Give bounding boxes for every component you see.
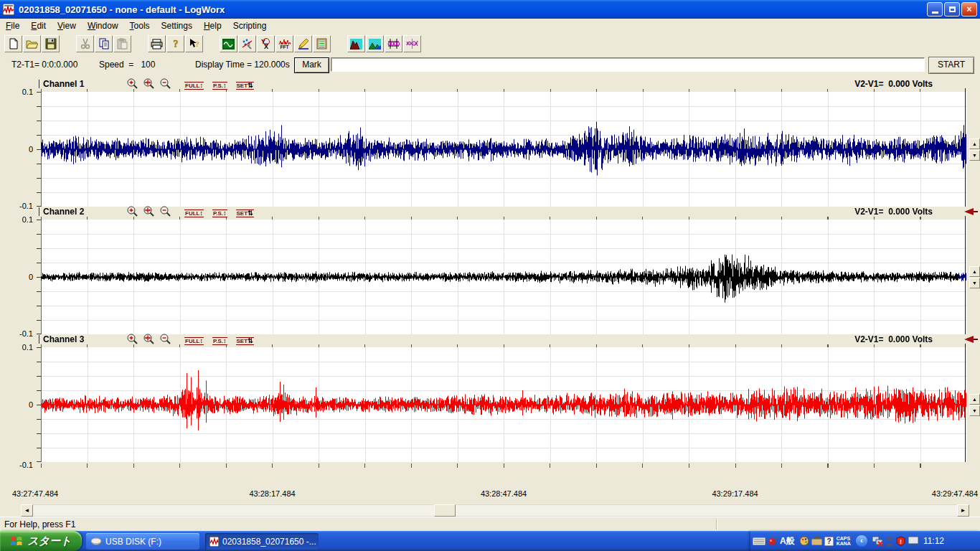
multi-plot-button[interactable]: [385, 35, 402, 52]
close-button[interactable]: ×: [961, 2, 977, 17]
help-icon: ?: [171, 38, 181, 50]
status-divider: [716, 519, 717, 529]
y-vs-x-button[interactable]: YX: [257, 35, 275, 52]
restore-button[interactable]: [944, 2, 960, 17]
paste-button[interactable]: [113, 35, 131, 52]
cut-button[interactable]: [76, 35, 94, 52]
minimize-button[interactable]: [927, 2, 943, 17]
network-disconnected-icon[interactable]: [872, 536, 883, 546]
cut-scissors-icon: [80, 38, 90, 50]
open-button[interactable]: [23, 35, 41, 52]
channel-2-cursor-v2[interactable]: [965, 216, 966, 334]
menu-settings[interactable]: Settings: [156, 19, 198, 32]
channel-2-plot[interactable]: [35, 220, 966, 334]
channel-2-marker-arrow[interactable]: [964, 208, 974, 215]
clipboard-list-icon: [316, 38, 327, 50]
menu-file[interactable]: File: [0, 19, 25, 32]
ime-pad-icon[interactable]: [768, 536, 778, 546]
channel-1-plot[interactable]: [35, 92, 966, 207]
channel-2-spin-up[interactable]: ▲: [969, 266, 980, 277]
channel-2-label: Channel 2: [43, 207, 84, 217]
minimize-icon: [932, 11, 938, 14]
scope-view-button[interactable]: [220, 35, 237, 52]
mark-button[interactable]: Mark: [294, 57, 329, 73]
app-icon: [3, 4, 14, 15]
terrain-view-button[interactable]: [366, 35, 384, 52]
user-sessions-icon[interactable]: [885, 536, 894, 546]
peak-view-button[interactable]: [347, 35, 365, 52]
channel-3-marker-arrow[interactable]: [964, 336, 974, 343]
scroll-left-button[interactable]: ◄: [21, 504, 33, 517]
scroll-right-button[interactable]: ►: [957, 504, 969, 517]
save-button[interactable]: [42, 35, 60, 52]
menu-window[interactable]: Window: [82, 19, 124, 32]
copy-button[interactable]: [95, 35, 113, 52]
new-button[interactable]: [4, 35, 22, 52]
title-bar[interactable]: 02031858_02071650 - none - default - Log…: [0, 0, 980, 19]
channel-1-v2v1-readout: V2-V1= 0.000 Volts: [854, 79, 933, 89]
channel-3-ylabel-top: 0.1: [9, 343, 33, 352]
help-button[interactable]: ?: [166, 35, 184, 52]
ime-mode-indicator[interactable]: A般: [780, 535, 795, 547]
print-button[interactable]: [148, 35, 166, 52]
time-label-4: 43:29:17.484: [712, 489, 758, 498]
channel-2-offset-spinner: ▲ ▼: [969, 266, 980, 289]
copy-icon: [98, 38, 110, 50]
clock[interactable]: 11:12: [923, 536, 944, 546]
security-shield-icon[interactable]: !: [896, 536, 905, 546]
svg-text:X: X: [263, 43, 268, 50]
menu-help[interactable]: Help: [198, 19, 227, 32]
display-settings-icon[interactable]: [908, 537, 919, 546]
channel-2-ylabel-zero: 0: [9, 273, 33, 281]
scroll-thumb[interactable]: [434, 504, 456, 517]
channel-2-v2v1-readout: V2-V1= 0.000 Volts: [854, 207, 933, 217]
task-logworx-label: 02031858_02071650 -...: [222, 537, 316, 547]
control-row: T2-T1= 0:0:0.000 Speed = 100 Display Tim…: [0, 55, 980, 75]
channel-3-plot[interactable]: [35, 347, 966, 462]
channel-1-waveform: [35, 92, 966, 207]
usb-drive-icon: [90, 537, 102, 546]
start-button[interactable]: START: [928, 57, 974, 74]
channel-2-spin-down[interactable]: ▼: [969, 278, 980, 288]
channel-1-spin-up[interactable]: ▲: [969, 138, 980, 149]
time-label-5: 43:29:47.484: [932, 489, 978, 498]
channel-3-cursor-v2[interactable]: [965, 344, 966, 462]
channel-3-spin-up[interactable]: ▲: [969, 394, 980, 405]
ime-help-icon[interactable]: ?: [824, 537, 834, 546]
annotate-button[interactable]: [294, 35, 312, 52]
keyboard-tray-icon[interactable]: [753, 537, 765, 545]
channel-1-spin-down[interactable]: ▼: [969, 150, 980, 161]
channel-3-ylabel-bottom: -0.1: [9, 461, 33, 469]
menu-view[interactable]: View: [52, 19, 82, 32]
multi-plot-2-button[interactable]: [403, 35, 421, 52]
menu-edit[interactable]: Edit: [25, 19, 52, 32]
menu-scripting[interactable]: Scripting: [227, 19, 273, 32]
pencil-icon: [298, 38, 309, 50]
channel-3-label: Channel 3: [43, 334, 84, 344]
channel-1-ylabel-zero: 0: [9, 145, 33, 154]
scatter-analysis-button[interactable]: [238, 35, 256, 52]
peak-view-icon: [350, 39, 362, 50]
task-usb-disk[interactable]: USB DISK (F:): [86, 533, 199, 550]
ime-palette-icon[interactable]: [799, 536, 809, 546]
system-tray: A般 ? CAPS KANA ‹ !: [750, 531, 980, 551]
channel-2-waveform: [35, 220, 966, 334]
channel-3-spin-down[interactable]: ▼: [969, 405, 980, 416]
tray-collapse-chevron[interactable]: ‹: [856, 535, 867, 547]
task-logworx[interactable]: 02031858_02071650 -...: [205, 533, 319, 550]
mark-text-input[interactable]: [331, 57, 925, 72]
menu-tools[interactable]: Tools: [124, 19, 156, 32]
context-help-button[interactable]: ?: [185, 35, 203, 52]
data-list-button[interactable]: [313, 35, 331, 52]
time-axis-labels: 43:27:47.484 43:28:17.484 43:28:47.484 4…: [41, 489, 966, 499]
task-usb-label: USB DISK (F:): [105, 537, 161, 547]
restore-icon: [949, 6, 956, 12]
svg-text:?: ?: [173, 39, 178, 50]
horizontal-scrollbar[interactable]: ◄ ►: [21, 504, 969, 517]
channel-3-waveform: [35, 347, 966, 462]
channel-1-cursor-v2[interactable]: [965, 88, 966, 207]
ime-toolbox-icon[interactable]: [811, 537, 822, 545]
start-menu-button[interactable]: スタート: [0, 531, 82, 551]
channel-3-offset-spinner: ▲ ▼: [969, 394, 980, 417]
fft-button[interactable]: FFT: [275, 35, 293, 52]
